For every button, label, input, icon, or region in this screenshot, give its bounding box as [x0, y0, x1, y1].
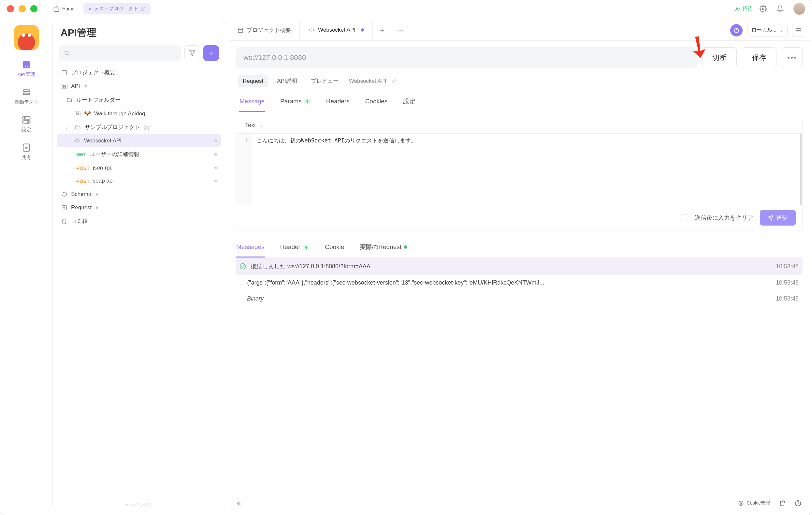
line-number: 1	[245, 137, 248, 143]
message-editor: Text ⌄ 1 こんにちは、初のWebSocket APIのリクエストを送信し…	[236, 117, 803, 230]
rail-api[interactable]: API管理	[18, 60, 35, 78]
tree-schema[interactable]: Schema ▸	[57, 188, 221, 201]
tab-overflow-button[interactable]: •••	[392, 28, 410, 33]
refresh-icon	[733, 27, 740, 34]
home-label: Home	[62, 6, 74, 11]
request-icon	[61, 205, 68, 210]
add-button[interactable]: +	[203, 45, 219, 61]
window-minimize[interactable]	[19, 5, 26, 12]
log-connected-text: 接続しました ws://127.0.0.1:8080/?form=AAA	[251, 262, 371, 270]
tree-walk-label: Walk through Apidog	[94, 111, 145, 117]
project-tab[interactable]: × テストプロジェクト	[83, 3, 150, 15]
collapse-sidebar-button[interactable]: «	[237, 499, 241, 508]
more-button[interactable]: •••	[782, 47, 803, 68]
home-tab[interactable]: Home	[49, 4, 79, 14]
tree-walkthrough[interactable]: M 🐶 Walk through Apidog	[57, 107, 221, 120]
tree-sample-project[interactable]: › サンプルプロジェクト (5)	[57, 120, 221, 134]
clear-after-send-checkbox[interactable]	[681, 214, 688, 221]
pill-preview-label: プレビュー	[311, 78, 339, 84]
content-type-select[interactable]: Text ⌄	[236, 117, 802, 133]
window-zoom[interactable]	[30, 5, 37, 12]
invite-label: 招待	[743, 5, 752, 12]
log-row-connected[interactable]: 接続しました ws://127.0.0.1:8080/?form=AAA 10:…	[236, 258, 803, 275]
tree-jsonrpc[interactable]: POST json-rpc	[57, 161, 221, 174]
pill-request-label: Request	[243, 78, 263, 84]
send-button[interactable]: 送信	[760, 210, 796, 226]
cookie-management-link[interactable]: Cookie管理	[738, 500, 770, 506]
tree-root-folder-label: ルートフォルダー	[76, 96, 121, 104]
editor-textarea[interactable]: こんにちは、初のWebSocket APIのリクエストを送信します。	[252, 134, 802, 205]
msg-tab-header[interactable]: Header4	[280, 239, 310, 258]
bell-icon[interactable]	[774, 5, 786, 12]
search-input[interactable]	[59, 45, 181, 61]
log-row-incoming[interactable]: ↓ {"args":{"form":"AAA"},"headers":{"sec…	[236, 275, 803, 291]
status-dot	[214, 167, 217, 169]
pill-request[interactable]: Request	[237, 75, 268, 87]
close-icon[interactable]: ×	[89, 6, 92, 11]
send-label: 送信	[776, 214, 788, 222]
tree-api-root[interactable]: 96 API ▾	[57, 80, 221, 93]
rail-autotest[interactable]: 自動テスト	[14, 87, 39, 105]
inner-tab-settings[interactable]: 設定	[402, 94, 416, 112]
filter-icon	[189, 50, 196, 56]
params-count-badge: 1	[304, 99, 311, 104]
overview-icon	[61, 70, 68, 76]
tree-websocket-api[interactable]: Websocket API	[57, 134, 221, 147]
chevron-down-icon: ⌄	[779, 27, 783, 33]
invite-link[interactable]: 招待	[735, 5, 752, 12]
run-button[interactable]	[730, 24, 743, 36]
tree-soap[interactable]: POST soap api	[57, 174, 221, 188]
overview-icon	[237, 27, 243, 33]
inner-tab-message-label: Message	[239, 98, 265, 105]
settings-icon	[22, 115, 31, 125]
url-input[interactable]: ws://127.0.0.1:8080	[236, 47, 697, 68]
help-icon[interactable]	[795, 500, 801, 507]
inner-tab-headers[interactable]: Headers	[325, 94, 350, 112]
inner-tab-cookies[interactable]: Cookies	[365, 94, 388, 112]
svg-point-26	[739, 501, 744, 506]
rail-share[interactable]: 共有	[22, 143, 31, 161]
panel-menu-button[interactable]	[792, 24, 805, 37]
rail-settings[interactable]: 設定	[22, 115, 31, 133]
msg-tab-actual-label: 実際のRequest	[360, 243, 401, 251]
svg-point-11	[24, 118, 25, 119]
svg-rect-7	[23, 90, 30, 92]
tree-get-user[interactable]: GET ユーザーの詳細情報	[57, 147, 221, 161]
tree-root-folder[interactable]: ルートフォルダー	[57, 93, 221, 107]
svg-rect-5	[25, 66, 26, 67]
link-icon[interactable]	[392, 79, 397, 84]
gear-icon[interactable]	[757, 5, 769, 12]
save-button[interactable]: 保存	[742, 47, 777, 68]
tree-request[interactable]: Request ▸	[57, 201, 221, 214]
pill-preview[interactable]: プレビュー	[306, 75, 344, 87]
filter-button[interactable]	[184, 45, 200, 61]
tab-overview-label: プロジェクト概要	[246, 26, 291, 34]
tree-request-label: Request	[71, 204, 92, 211]
content-type-label: Text	[245, 122, 256, 129]
window-close[interactable]	[7, 5, 14, 12]
inner-tab-message[interactable]: Message	[239, 94, 265, 112]
svg-rect-19	[238, 28, 243, 33]
pill-apidesc-label: API説明	[277, 78, 297, 84]
tree-overview[interactable]: プロジェクト概要	[57, 65, 221, 80]
svg-point-3	[762, 8, 764, 10]
tab-overview[interactable]: プロジェクト概要	[229, 20, 300, 40]
tree-trash[interactable]: ゴミ箱	[57, 214, 221, 228]
msg-tab-actual[interactable]: 実際のRequest	[359, 239, 408, 258]
shirt-icon[interactable]	[779, 500, 786, 507]
traffic-lights	[7, 5, 37, 12]
disconnect-button[interactable]: 切断	[702, 47, 737, 68]
cookie-icon	[738, 500, 744, 506]
inner-tab-params[interactable]: Params1	[280, 94, 311, 112]
msg-tab-messages[interactable]: Messages	[236, 239, 265, 258]
tab-websocket[interactable]: Websocket API	[300, 20, 373, 40]
external-link-icon[interactable]	[141, 6, 145, 11]
app-logo	[14, 25, 39, 50]
inner-tab-headers-label: Headers	[326, 98, 350, 105]
pill-api-desc[interactable]: API説明	[272, 75, 302, 87]
log-row-binary[interactable]: ↓ Binary 10:53:48	[236, 291, 803, 307]
msg-tab-cookie[interactable]: Cookie	[324, 239, 345, 258]
environment-select[interactable]: ローカル... ⌄	[747, 24, 788, 36]
avatar[interactable]	[793, 3, 805, 15]
new-tab-button[interactable]: +	[373, 26, 392, 35]
